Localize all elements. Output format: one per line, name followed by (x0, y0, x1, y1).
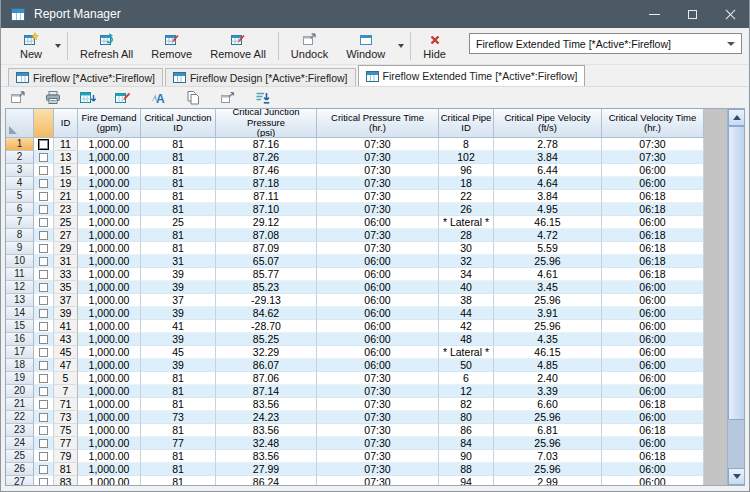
data-cell[interactable]: 87.08 (216, 229, 317, 242)
data-cell[interactable]: 06:00 (602, 307, 704, 320)
data-cell[interactable]: 06:18 (602, 242, 704, 255)
row-select-cell[interactable] (34, 216, 54, 229)
row-checkbox[interactable] (39, 153, 48, 162)
data-cell[interactable]: 06:18 (602, 398, 704, 411)
data-cell[interactable]: 3.91 (494, 307, 602, 320)
row-select-cell[interactable] (34, 385, 54, 398)
close-button[interactable] (711, 0, 749, 28)
data-cell[interactable]: -29.13 (216, 294, 317, 307)
row-checkbox[interactable] (39, 192, 48, 201)
maximize-button[interactable] (673, 0, 711, 28)
data-cell[interactable]: 81 (141, 385, 216, 398)
cell-id[interactable]: 37 (54, 294, 78, 307)
cell-id[interactable]: 83 (54, 476, 78, 485)
row-checkbox[interactable] (39, 426, 48, 435)
data-cell[interactable]: 06:00 (317, 216, 439, 229)
cell-id[interactable]: 75 (54, 424, 78, 437)
row-number[interactable]: 5 (6, 190, 34, 203)
row-checkbox[interactable] (39, 335, 48, 344)
row-number[interactable]: 25 (6, 450, 34, 463)
tab-2[interactable]: Fireflow Design [*Active*:Fireflow] (165, 68, 356, 86)
row-checkbox[interactable] (39, 296, 48, 305)
data-cell[interactable]: 1,000.00 (78, 138, 141, 151)
data-cell[interactable]: * Lateral * (439, 346, 494, 359)
row-select-cell[interactable] (34, 372, 54, 385)
data-cell[interactable]: 87.09 (216, 242, 317, 255)
data-cell[interactable]: 87.10 (216, 203, 317, 216)
data-cell[interactable]: 40 (439, 281, 494, 294)
row-checkbox[interactable] (39, 166, 48, 175)
column-header-fire-demand[interactable]: Fire Demand (gpm) (78, 109, 141, 138)
sort-append-button[interactable] (254, 89, 272, 107)
cell-id[interactable]: 29 (54, 242, 78, 255)
row-checkbox[interactable] (39, 374, 48, 383)
data-cell[interactable]: 81 (141, 177, 216, 190)
table-edit-button[interactable] (114, 89, 132, 107)
data-cell[interactable]: 81 (141, 138, 216, 151)
data-cell[interactable]: 85.77 (216, 268, 317, 281)
data-cell[interactable]: 07:30 (317, 463, 439, 476)
undock-button[interactable]: Undock (282, 29, 337, 63)
data-cell[interactable]: 87.16 (216, 138, 317, 151)
data-cell[interactable]: 1,000.00 (78, 164, 141, 177)
data-cell[interactable]: 3.84 (494, 151, 602, 164)
data-cell[interactable]: 25.96 (494, 437, 602, 450)
row-select-cell[interactable] (34, 294, 54, 307)
cell-id[interactable]: 31 (54, 255, 78, 268)
row-checkbox[interactable] (39, 205, 48, 214)
data-cell[interactable]: 84.62 (216, 307, 317, 320)
data-cell[interactable]: 81 (141, 203, 216, 216)
data-cell[interactable]: 88 (439, 463, 494, 476)
data-cell[interactable]: 28 (439, 229, 494, 242)
cell-id[interactable]: 33 (54, 268, 78, 281)
data-cell[interactable]: 32.29 (216, 346, 317, 359)
cell-id[interactable]: 11 (54, 138, 78, 151)
data-cell[interactable]: 1,000.00 (78, 476, 141, 485)
data-cell[interactable]: 1,000.00 (78, 177, 141, 190)
data-cell[interactable]: 30 (439, 242, 494, 255)
table-export-button[interactable] (79, 89, 97, 107)
data-cell[interactable]: 65.07 (216, 255, 317, 268)
cell-id[interactable]: 13 (54, 151, 78, 164)
data-cell[interactable]: 06:00 (317, 281, 439, 294)
row-number[interactable]: 13 (6, 294, 34, 307)
data-cell[interactable]: 07:30 (317, 437, 439, 450)
copy-button[interactable] (184, 89, 202, 107)
row-number[interactable]: 2 (6, 151, 34, 164)
row-select-cell[interactable] (34, 229, 54, 242)
row-number[interactable]: 18 (6, 359, 34, 372)
data-cell[interactable]: 32 (439, 255, 494, 268)
data-cell[interactable]: 81 (141, 190, 216, 203)
data-cell[interactable]: 07:30 (317, 242, 439, 255)
data-cell[interactable]: 4.95 (494, 203, 602, 216)
data-cell[interactable]: 07:30 (317, 164, 439, 177)
data-cell[interactable]: 25.96 (494, 411, 602, 424)
data-cell[interactable]: 1,000.00 (78, 203, 141, 216)
row-checkbox[interactable] (39, 283, 48, 292)
cell-id[interactable]: 81 (54, 463, 78, 476)
data-cell[interactable]: 07:30 (317, 476, 439, 485)
cell-id[interactable]: 45 (54, 346, 78, 359)
tab-1[interactable]: Fireflow [*Active*:Fireflow] (8, 68, 163, 86)
data-cell[interactable]: 37 (141, 294, 216, 307)
data-cell[interactable]: 1,000.00 (78, 346, 141, 359)
row-select-cell[interactable] (34, 346, 54, 359)
row-checkbox[interactable] (39, 309, 48, 318)
data-cell[interactable]: 22 (439, 190, 494, 203)
data-cell[interactable]: 2.40 (494, 372, 602, 385)
cell-id[interactable]: 47 (54, 359, 78, 372)
data-cell[interactable]: * Lateral * (439, 216, 494, 229)
data-cell[interactable]: 1,000.00 (78, 398, 141, 411)
row-select-cell[interactable] (34, 359, 54, 372)
data-cell[interactable]: 102 (439, 151, 494, 164)
data-cell[interactable]: 87.26 (216, 151, 317, 164)
data-cell[interactable]: 07:30 (317, 424, 439, 437)
row-select-cell[interactable] (34, 177, 54, 190)
data-cell[interactable]: 87.46 (216, 164, 317, 177)
cell-id[interactable]: 15 (54, 164, 78, 177)
data-cell[interactable]: 39 (141, 307, 216, 320)
data-cell[interactable]: 18 (439, 177, 494, 190)
row-select-cell[interactable] (34, 203, 54, 216)
data-cell[interactable]: 81 (141, 164, 216, 177)
data-cell[interactable]: -28.70 (216, 320, 317, 333)
